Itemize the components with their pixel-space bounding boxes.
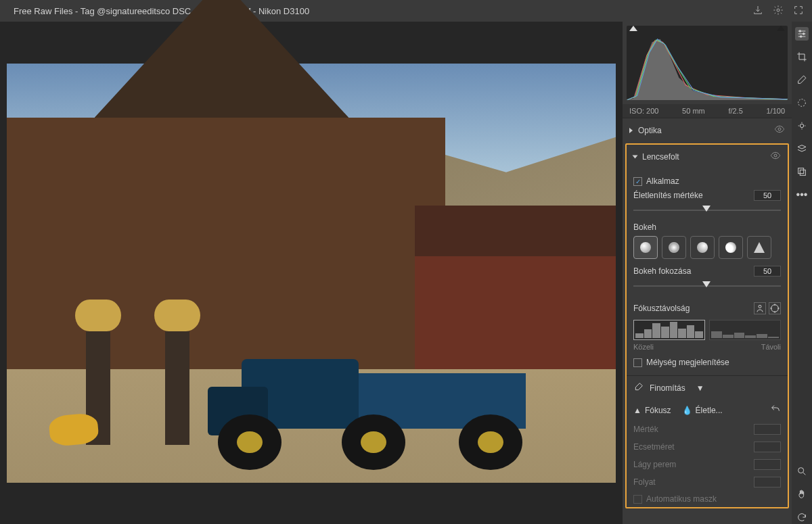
rotate-tool-icon[interactable] [795,510,809,524]
gear-icon[interactable] [773,5,784,18]
svg-point-4 [771,305,779,312]
finomitas-label: Finomítás [650,383,685,393]
svg-point-7 [800,36,802,38]
apply-label: Alkalmaz [646,176,679,186]
svg-point-0 [777,9,780,11]
more-icon[interactable]: ••• [795,188,809,201]
tab-fokusz[interactable]: ▲ Fókusz [633,406,671,415]
bokeh-shape-1[interactable] [633,236,658,259]
tool-column: ••• [792,22,812,524]
zoom-tool-icon[interactable] [795,465,809,478]
focus-tab-icon: ▲ [633,406,641,415]
right-panel: ISO: 200 50 mm f/2.5 1/100 Optika Lencse… [623,22,792,524]
layers-tool-icon[interactable] [795,142,809,156]
section-optika-label: Optika [638,126,662,135]
blur-amount-slider[interactable] [633,205,781,214]
title-bar: Free Raw Files - Tag @signatureeditsco D… [0,0,812,22]
focus-near-label: Közeli [633,343,654,351]
meta-shutter: 1/100 [766,107,785,115]
meta-focal: 50 mm [682,107,705,115]
svg-point-1 [778,128,781,130]
collapse-icon[interactable]: ▼ [696,383,704,393]
bokeh-label: Bokeh [633,222,781,232]
row-automask[interactable]: Automatikus maszk [627,491,788,507]
section-optika: Optika [623,118,792,142]
window-title: Free Raw Files - Tag @signatureeditsco D… [8,6,747,16]
photo-preview [7,64,616,483]
svg-point-3 [759,305,761,308]
meta-aperture: f/2.5 [728,107,742,115]
folyat-input[interactable] [754,477,781,487]
redeye-tool-icon[interactable] [795,119,809,133]
ecset-input[interactable] [754,442,781,452]
photo-metadata: ISO: 200 50 mm f/2.5 1/100 [623,104,792,118]
crop-tool-icon[interactable] [795,50,809,64]
pick-focus-icon[interactable] [754,302,766,314]
section-optika-header[interactable]: Optika [623,118,792,142]
title-actions [752,5,804,18]
show-depth-row[interactable]: Mélység megjelenítése [633,358,781,367]
bokeh-shape-3[interactable] [690,236,715,259]
image-canvas[interactable] [0,22,623,524]
overlay-tool-icon[interactable] [795,165,809,178]
checkbox-disabled-icon [633,495,642,504]
undo-icon[interactable] [770,404,781,416]
brush-icon [633,381,644,394]
target-icon[interactable] [769,302,781,314]
mertek-input[interactable] [754,424,781,435]
bokeh-enhance-slider[interactable] [633,281,781,290]
section-lencsefolt-header[interactable]: Lencsefolt [627,145,788,168]
histogram-highlight-clip-icon[interactable] [777,26,785,31]
row-ecset: Ecsetméret [627,438,788,456]
bokeh-shape-2[interactable] [662,236,686,259]
chevron-down-icon [633,155,638,158]
tab-eletle[interactable]: 💧 Életle... [682,406,723,415]
show-depth-label: Mélység megjelenítése [646,358,729,367]
bokeh-enhance-input[interactable] [754,266,781,277]
row-mertek: Mérték [627,421,788,438]
section-finomitas-header[interactable]: Finomítás ▼ [627,375,788,400]
focus-far-label: Távoli [761,343,781,351]
focus-distance-label: Fókusztávolság [633,304,750,313]
checkbox-checked-icon[interactable]: ✓ [633,177,642,186]
hand-tool-icon[interactable] [795,487,809,501]
section-lencsefolt: Lencsefolt ✓ Alkalmaz Életlenítés mérték… [625,143,789,508]
bokeh-shape-selector [633,236,781,259]
svg-point-2 [774,154,777,157]
bokeh-shape-4[interactable] [719,236,743,259]
focus-graph-near[interactable] [633,320,705,340]
section-lencsefolt-label: Lencsefolt [642,152,679,162]
blur-tab-icon: 💧 [682,406,692,415]
eraser-tool-icon[interactable] [795,73,809,87]
eye-icon[interactable] [774,124,785,137]
adjust-tool-icon[interactable] [795,27,809,41]
svg-point-6 [803,33,805,35]
bokeh-shape-5[interactable] [747,236,771,259]
perem-input[interactable] [754,459,781,470]
chevron-right-icon [629,128,633,133]
row-folyat: Folyat [627,473,788,491]
row-perem: Lágy perem [627,456,788,473]
export-icon[interactable] [752,5,763,18]
meta-iso: ISO: 200 [629,107,658,115]
svg-rect-11 [800,170,805,175]
svg-point-12 [798,468,804,473]
bokeh-enhance-label: Bokeh fokozása [633,266,750,276]
focus-graph-far[interactable] [709,320,781,340]
blur-amount-label: Életlenítés mértéke [633,191,750,200]
svg-rect-10 [798,168,804,174]
blur-amount-input[interactable] [754,190,781,201]
svg-point-9 [800,124,803,127]
svg-point-5 [799,30,801,32]
histogram-shadow-clip-icon[interactable] [629,26,637,31]
svg-point-8 [798,99,806,107]
marquee-tool-icon[interactable] [795,96,809,110]
eye-icon[interactable] [770,150,781,163]
apply-checkbox-row[interactable]: ✓ Alkalmaz [633,176,781,186]
histogram[interactable] [627,26,788,100]
fullscreen-icon[interactable] [793,5,804,18]
checkbox-unchecked-icon[interactable] [633,358,642,367]
